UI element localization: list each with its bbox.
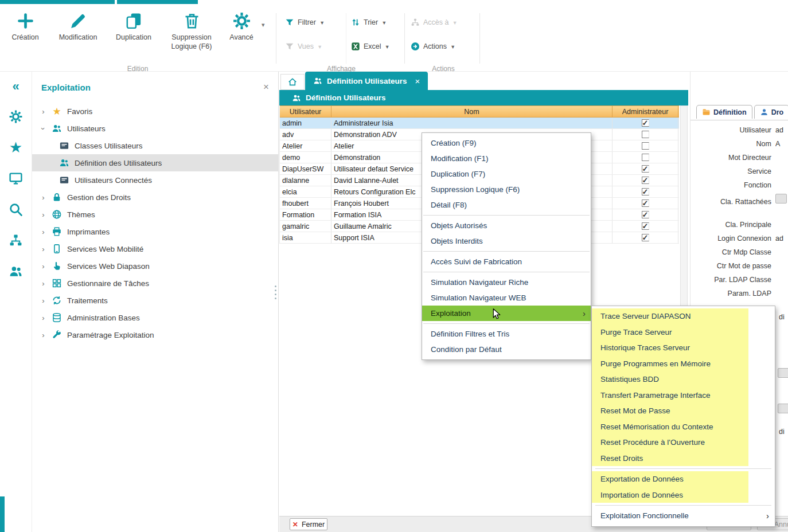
tree-item-services-web-diapason[interactable]: › Services Web Diapason [32, 257, 278, 275]
admin-checkbox[interactable] [642, 234, 649, 241]
tree-item-utilisateurs-connectes[interactable]: Utilisateurs Connectés [32, 171, 278, 189]
chevron-right-icon[interactable]: › [40, 262, 46, 271]
context-menu-item[interactable]: Accès Suivi de Fabrication [422, 254, 591, 269]
tab-definition-utilisateurs[interactable]: Définition Utilisateurs × [305, 72, 428, 90]
chevron-right-icon[interactable]: › [40, 331, 46, 339]
context-menu-item[interactable]: Simulation Navigateur WEB [422, 290, 591, 306]
admin-checkbox[interactable] [642, 131, 649, 138]
suppression-logique-button[interactable]: Suppression Logique (F6) [164, 11, 219, 51]
column-header-utilisateur[interactable]: Utilisateur [280, 106, 331, 117]
submenu-item[interactable]: Purge Programmes en Mémoire [592, 356, 748, 372]
chevron-down-icon[interactable]: ▾ [381, 19, 385, 26]
column-header-administrateur[interactable]: Administrateur [613, 106, 678, 117]
context-menu-item[interactable]: Simulation Navigateur Riche [422, 275, 591, 290]
context-menu-item[interactable]: Duplication (F7) [422, 166, 591, 182]
chevron-down-icon[interactable]: ▾ [319, 19, 323, 26]
admin-checkbox[interactable] [642, 165, 649, 173]
chevron-down-icon[interactable]: ▾ [450, 43, 454, 50]
submenu-item[interactable]: Reset Mot de Passe [592, 403, 748, 419]
context-menu-item[interactable]: Suppression Logique (F6) [422, 182, 591, 197]
close-tab-icon[interactable]: × [415, 76, 420, 86]
rail-users-button[interactable] [0, 260, 32, 283]
submenu-item[interactable]: Exportation de Données [592, 471, 748, 487]
tree-item-gestionnaire-de-taches[interactable]: › Gestionnaire de Tâches [32, 275, 278, 292]
rail-settings-button[interactable] [0, 105, 32, 128]
submenu-item[interactable]: Statistiques BDD [592, 371, 748, 388]
table-row[interactable]: admin Administrateur Isia [280, 118, 679, 129]
chevron-right-icon[interactable]: › [40, 314, 46, 322]
edit-button[interactable] [778, 368, 788, 378]
tree-item-parametrage-exploitation[interactable]: › Paramétrage Exploitation [32, 326, 278, 343]
creation-button[interactable]: Création [5, 11, 46, 42]
context-menu-item[interactable]: Objets Autorisés [422, 218, 591, 233]
context-menu-item[interactable]: Création (F9) [422, 135, 591, 151]
tree-item-gestion-des-droits[interactable]: › Gestion des Droits [32, 189, 278, 206]
admin-checkbox[interactable] [642, 142, 649, 150]
submenu-item[interactable]: Reset Droits [592, 451, 748, 467]
rail-desktop-button[interactable] [0, 167, 32, 190]
admin-checkbox[interactable] [642, 119, 649, 127]
trier-button[interactable]: Trier ▾ [351, 14, 386, 30]
chevron-down-icon[interactable]: ▾ [262, 21, 265, 29]
close-panel-icon[interactable]: × [263, 81, 269, 93]
collapse-panel-button[interactable]: « [0, 76, 32, 97]
acces-a-button[interactable]: Accès à ▾ [411, 14, 457, 30]
submenu-item-exploitation-fonctionnelle[interactable]: Exploitation Fonctionnelle › [592, 508, 775, 524]
chevron-right-icon[interactable]: › [40, 193, 46, 202]
admin-checkbox[interactable] [642, 222, 649, 230]
rail-search-button[interactable] [0, 198, 32, 221]
tree-item-administration-bases[interactable]: › Administration Bases [32, 309, 278, 326]
context-menu-item-exploitation[interactable]: Exploitation › [422, 306, 591, 321]
admin-checkbox[interactable] [642, 177, 649, 184]
admin-checkbox[interactable] [642, 211, 649, 218]
submenu-item[interactable]: Trace Serveur DIAPASON [592, 308, 748, 324]
duplication-button[interactable]: Duplication [109, 11, 158, 42]
tree-item-utilisateurs[interactable]: › Utilisateurs [32, 120, 278, 137]
admin-checkbox[interactable] [642, 200, 649, 207]
chevron-right-icon[interactable]: › [40, 210, 46, 219]
submenu-item[interactable]: Reset Mémorisation du Contexte [592, 419, 748, 435]
chevron-right-icon[interactable]: › [40, 228, 46, 236]
edit-button[interactable] [775, 194, 787, 204]
admin-checkbox[interactable] [642, 154, 649, 161]
home-tab[interactable] [280, 74, 305, 90]
tab-definition[interactable]: Définition [696, 105, 752, 119]
field-input[interactable]: ad [775, 234, 787, 242]
chevron-right-icon[interactable]: › [40, 296, 46, 305]
tree-item-definition-des-utilisateurs[interactable]: Définition des Utilisateurs [32, 154, 278, 171]
tab-droits[interactable]: Dro [754, 105, 788, 119]
field-input[interactable]: A [775, 140, 787, 148]
tree-item-services-web-mobilite[interactable]: › Services Web Mobilité [32, 240, 278, 257]
tree-item-classes-utilisateurs[interactable]: Classes Utilisateurs [32, 137, 278, 154]
admin-checkbox[interactable] [642, 188, 649, 195]
rail-favorites-button[interactable]: ★ [0, 136, 32, 159]
modification-button[interactable]: Modification [52, 11, 104, 42]
field-input[interactable]: ad [775, 126, 787, 134]
tree-item-traitements[interactable]: › Traitements [32, 292, 278, 309]
rail-hierarchy-button[interactable] [0, 229, 32, 252]
submenu-item[interactable]: Historique Traces Serveur [592, 340, 748, 356]
context-menu-item[interactable]: Objets Interdits [422, 233, 591, 249]
avance-button[interactable]: Avancé [224, 11, 259, 42]
chevron-right-icon[interactable]: › [40, 107, 46, 116]
actions-button[interactable]: Actions ▾ [411, 38, 454, 54]
submenu-item[interactable]: Purge Trace Serveur [592, 324, 748, 341]
filtrer-button[interactable]: Filtrer ▾ [285, 14, 323, 30]
tree-item-favoris[interactable]: › ★ Favoris [32, 103, 278, 120]
chevron-down-icon[interactable]: › [39, 126, 48, 132]
context-menu-item[interactable]: Condition par Défaut [422, 342, 591, 357]
tree-item-imprimantes[interactable]: › Imprimantes [32, 223, 278, 240]
submenu-item[interactable]: Reset Procédure à l'Ouverture [592, 435, 748, 451]
chevron-right-icon[interactable]: › [40, 245, 46, 253]
tree-item-themes[interactable]: › Thèmes [32, 206, 278, 223]
context-menu-item[interactable]: Détail (F8) [422, 197, 591, 213]
submenu-item[interactable]: Transfert Parametrage Interface [592, 388, 748, 404]
chevron-right-icon[interactable]: › [40, 279, 46, 288]
vues-button[interactable]: Vues ▾ [285, 38, 321, 54]
submenu-item[interactable]: Importation de Données [592, 487, 748, 503]
context-menu-item[interactable]: Définition Filtres et Tris [422, 326, 591, 342]
excel-button[interactable]: Excel ▾ [351, 38, 389, 54]
edit-button[interactable] [778, 404, 788, 413]
column-header-nom[interactable]: Nom [331, 106, 613, 117]
splitter-grip[interactable] [275, 285, 276, 299]
